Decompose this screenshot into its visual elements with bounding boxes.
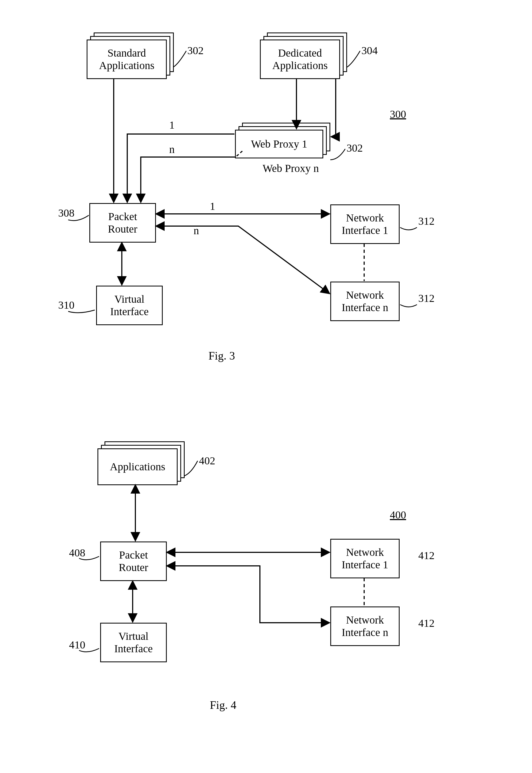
- fig3-web-proxy-ref: 302: [347, 142, 363, 154]
- fig3-ded-apps: Dedicated Applications: [260, 40, 340, 79]
- fig4-packet-router: Packet Router: [100, 542, 167, 581]
- fig4-apps: Applications: [97, 448, 178, 485]
- connector-layer: [0, 0, 532, 773]
- fig3-packet-router: Packet Router: [89, 203, 156, 243]
- fig3-std-apps: Standard Applications: [87, 40, 167, 79]
- fig3-id: 300: [390, 108, 406, 120]
- fig3-net-if-1-ref: 312: [418, 215, 435, 227]
- fig3-net-if-n: Network Interface n: [330, 282, 400, 321]
- fig4-virtual-if: Virtual Interface: [100, 623, 167, 662]
- fig3-web-proxy-1: Web Proxy 1: [235, 130, 323, 158]
- fig3-edge-pr-nin: n: [194, 225, 199, 237]
- fig4-net-if-1: Network Interface 1: [330, 539, 400, 578]
- fig3-net-if-1: Network Interface 1: [330, 204, 400, 244]
- fig3-caption: Fig. 3: [208, 349, 235, 362]
- fig3-virtual-if: Virtual Interface: [96, 286, 163, 325]
- fig4-id: 400: [390, 509, 406, 521]
- fig4-net-if-1-ref: 412: [418, 550, 435, 562]
- fig3-edge-wpn-pr: n: [169, 143, 175, 155]
- fig4-net-if-n-ref: 412: [418, 617, 435, 629]
- fig3-ded-apps-ref: 304: [361, 45, 378, 57]
- fig4-packet-router-ref: 408: [69, 547, 85, 559]
- fig4-apps-ref: 402: [199, 455, 215, 467]
- fig3-std-apps-ref: 302: [187, 45, 204, 57]
- fig3-virtual-if-ref: 310: [58, 299, 74, 311]
- fig3-packet-router-ref: 308: [58, 207, 74, 219]
- fig3-web-proxy-n-label: Web Proxy n: [263, 162, 319, 174]
- fig3-edge-wp1-pr: 1: [169, 119, 175, 131]
- fig4-net-if-n: Network Interface n: [330, 606, 400, 646]
- fig3-edge-pr-ni1: 1: [210, 200, 215, 212]
- fig4-virtual-if-ref: 410: [69, 639, 85, 651]
- fig4-caption: Fig. 4: [210, 699, 236, 712]
- page: Standard Applications 302 Dedicated Appl…: [0, 0, 532, 773]
- fig3-net-if-n-ref: 312: [418, 292, 435, 304]
